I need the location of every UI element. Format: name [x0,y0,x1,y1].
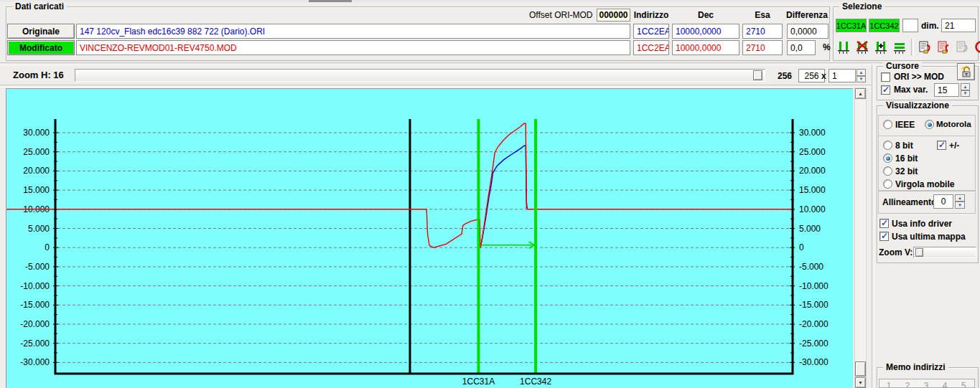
max-var-checkbox[interactable] [881,85,890,95]
percent-label: % [823,42,831,52]
originale-button[interactable]: Originale [7,24,75,39]
zoom-h-slider[interactable] [75,69,765,82]
ori-esa-field[interactable]: 2710 [742,24,783,39]
selection-plus-icon[interactable] [872,37,890,57]
chart-vscrollbar[interactable]: ▲ ▼ [854,87,867,388]
ori-indirizzo-field[interactable]: 1CC2EA [633,24,669,39]
window-top-edge-segment [309,0,352,2]
motorola-radio[interactable] [925,120,934,129]
svg-text:-20.000: -20.000 [20,319,50,329]
mod-dec-field[interactable]: 10000,0000 [672,40,739,55]
spinner-down-icon[interactable]: ▼ [961,90,970,98]
ori-dec-field[interactable]: 10000,0000 [672,24,739,39]
zoom-mult-field[interactable]: 1 [829,69,856,82]
cursore-title: Cursore [883,61,922,71]
copy-mod-to-ori-icon[interactable] [935,37,953,57]
offset-ori-mod-label: Offset ORI-MOD [529,10,592,20]
scroll-up-icon[interactable]: ▲ [855,88,866,99]
selection-markers-icon[interactable] [834,37,853,57]
virgola-mobile-label: Virgola mobile [895,179,954,189]
svg-text:-10.000: -10.000 [799,281,829,291]
copy-disabled-icon [953,37,972,57]
zoom-v-label: Zoom V: [879,247,913,257]
divider-top [0,62,980,65]
spinner-up-icon[interactable]: ▲ [955,194,965,202]
clear-selection-icon[interactable] [853,37,872,57]
spinner-down-icon[interactable]: ▼ [955,202,965,209]
bit8-label: 8 bit [895,141,913,151]
zoom-v-slider-thumb[interactable] [915,248,923,257]
modificato-filename-field[interactable]: VINCENZO-REVMOD01-REV4750.MOD [76,40,630,55]
vscrollbar-thumb[interactable] [855,361,866,377]
dim-field[interactable]: 21 [941,19,976,32]
svg-text:5.000: 5.000 [799,224,821,234]
memo-indirizzi-title: Memo indirizzi [883,362,948,372]
memo-button-1[interactable]: 1 [879,379,898,387]
comparison-chart[interactable]: 30.00030.00025.00025.00020.00020.00015.0… [6,89,854,388]
usa-info-driver-checkbox[interactable] [879,219,889,228]
app-window: Dati caricati Originale 147 120cv_Flash … [0,0,980,388]
svg-text:-20.000: -20.000 [799,319,829,329]
selezione-extra-field[interactable] [902,19,918,32]
col-header-indirizzo: Indirizzo [633,10,669,20]
chart-area[interactable]: 30.00030.00025.00025.00020.00020.00015.0… [6,88,853,388]
max-var-field[interactable]: 15 [934,83,959,97]
ieee-radio[interactable] [883,120,892,129]
lock-button[interactable]: T [957,63,975,80]
bit32-radio[interactable] [883,166,892,176]
zoom-mult-spinner[interactable]: ▲▼ [857,69,866,82]
svg-text:15.000: 15.000 [23,185,50,195]
copy-ori-to-mod-icon[interactable] [916,37,935,57]
mod-indirizzo-field[interactable]: 1CC2EA [633,40,669,55]
max-var-spinner[interactable]: ▲▼ [961,83,970,97]
spinner-up-icon[interactable]: ▲ [857,69,866,76]
svg-text:0: 0 [799,242,804,252]
memo-button-3[interactable]: 3 [917,379,935,387]
svg-text:-5.000: -5.000 [25,262,50,272]
spinner-down-icon[interactable]: ▼ [857,76,866,83]
plusminus-checkbox[interactable] [937,141,946,150]
svg-text:1CC342: 1CC342 [520,377,551,387]
svg-text:T: T [965,72,968,77]
selection-equal-icon[interactable] [890,37,909,57]
scroll-down-icon[interactable]: ▼ [855,377,866,388]
memo-address-list[interactable]: 1 2 3 4 5 [879,379,975,388]
reset-warning-icon[interactable] [972,37,980,57]
ori-mod-checkbox[interactable] [881,72,890,82]
max-var-label: Max var. [894,85,928,95]
zoom-v-slider[interactable] [913,247,976,258]
bit16-radio[interactable] [883,153,892,163]
svg-text:20.000: 20.000 [23,166,50,176]
memo-button-4[interactable]: 4 [935,379,954,387]
bit32-label: 32 bit [895,166,918,176]
memo-button-5[interactable]: 5 [954,379,973,387]
bit8-radio[interactable] [883,141,892,150]
originale-filename-field[interactable]: 147 120cv_Flash edc16c39 882 722 (Dario)… [76,24,630,39]
ori-differenza-field[interactable]: 0,0000 [787,24,829,39]
dim-label: dim. [921,21,939,31]
usa-ultima-mappa-checkbox[interactable] [879,232,889,241]
svg-text:-5.000: -5.000 [799,262,823,272]
window-top-edge [0,0,980,2]
svg-text:30.000: 30.000 [799,128,826,138]
motorola-label: Motorola [936,120,971,128]
svg-text:25.000: 25.000 [799,147,826,157]
selezione-start-field[interactable]: 1CC31A [836,19,867,32]
col-header-dec: Dec [672,10,739,20]
memo-button-2[interactable]: 2 [898,379,917,387]
svg-text:0: 0 [45,242,50,252]
spinner-up-icon[interactable]: ▲ [961,83,970,90]
allineamento-spinner[interactable]: ▲▼ [955,194,965,209]
offset-ori-mod-field[interactable]: 000000 [597,9,630,22]
selezione-end-field[interactable]: 1CC342 [869,19,900,32]
allineamento-field[interactable]: 0 [933,194,953,209]
plusminus-label: +/- [949,141,959,151]
svg-text:15.000: 15.000 [799,185,826,195]
col-header-esa: Esa [742,10,783,20]
times-label: x [821,71,826,81]
modificato-button[interactable]: Modificato [7,40,75,55]
zoom-h-slider-thumb[interactable] [753,70,762,80]
virgola-mobile-radio[interactable] [883,179,892,189]
mod-differenza-field[interactable]: 0,0 [787,40,816,55]
mod-esa-field[interactable]: 2710 [742,40,783,55]
